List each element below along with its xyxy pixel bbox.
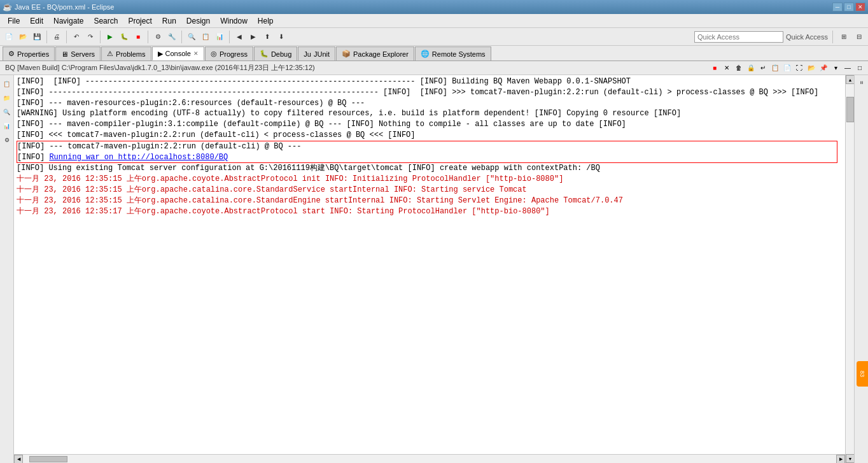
toolbar-btn-10[interactable]: ▶ bbox=[247, 31, 260, 43]
console-stop-btn[interactable]: ■ bbox=[709, 62, 720, 74]
console-clear-btn[interactable]: 🗑 bbox=[733, 62, 745, 74]
toolbar-new[interactable]: 📄 bbox=[3, 31, 15, 43]
window-title: Java EE - BQ/pom.xml - Eclipse bbox=[15, 3, 115, 11]
console-line-26: INFO: Starting Servlet Engine: Apache To… bbox=[389, 196, 623, 205]
tab-package-explorer[interactable]: 📦 Package Explorer bbox=[336, 46, 414, 61]
toolbar-save[interactable]: 💾 bbox=[31, 31, 43, 43]
scroll-down-btn[interactable]: ▼ bbox=[846, 454, 855, 463]
console-expand-btn[interactable]: ⛶ bbox=[794, 62, 805, 74]
tab-problems[interactable]: ⚠ Problems bbox=[101, 46, 151, 61]
console-line-15: [INFO] <<< tomcat7-maven-plugin:2.2:run … bbox=[17, 131, 383, 139]
console-close-icon[interactable]: ✕ bbox=[193, 50, 199, 57]
toolbar-open[interactable]: 📂 bbox=[17, 31, 29, 43]
console-scroll-lock-btn[interactable]: 🔒 bbox=[745, 62, 757, 74]
console-remove-btn[interactable]: ✕ bbox=[721, 62, 732, 74]
quick-access-label: Quick Access bbox=[786, 33, 828, 41]
localhost-link[interactable]: Running war on http://localhost:8080/BQ bbox=[49, 153, 228, 162]
console-line-23: 十一月 23, 2016 12:35:15 上午org.apache.catal… bbox=[17, 185, 389, 194]
toolbar-btn-8[interactable]: 📊 bbox=[213, 31, 226, 43]
junit-icon: Ju bbox=[304, 50, 311, 58]
tab-remote-systems[interactable]: 🌐 Remote Systems bbox=[415, 46, 491, 61]
tab-bar: ⚙ Properties 🖥 Servers ⚠ Problems ▶ Cons… bbox=[0, 46, 868, 61]
console-line-27: 十一月 23, 2016 12:35:17 上午org.apache.coyot… bbox=[17, 207, 325, 216]
menu-help[interactable]: Help bbox=[253, 15, 279, 27]
console-minimize-btn[interactable]: — bbox=[842, 62, 853, 74]
console-view-menu-btn[interactable]: ▾ bbox=[830, 62, 841, 74]
console-line-12: [INFO] --- maven-compiler-plugin:3.1:com… bbox=[17, 120, 342, 129]
console-line-21: 十一月 23, 2016 12:35:15 上午org.apache.coyot… bbox=[17, 175, 321, 183]
scroll-left-btn[interactable]: ◀ bbox=[14, 455, 23, 464]
sidebar-btn-3[interactable]: 🔍 bbox=[1, 106, 13, 118]
toolbar-btn-12[interactable]: ⬇ bbox=[275, 31, 288, 43]
tab-debug[interactable]: 🐛 Debug bbox=[254, 46, 297, 61]
tab-console[interactable]: ▶ Console ✕ bbox=[152, 46, 204, 61]
toolbar-btn-5[interactable]: ⚙ bbox=[151, 31, 164, 43]
console-line-2: [INFO] ---------------------------------… bbox=[53, 77, 416, 86]
toolbar-btn-9[interactable]: ◀ bbox=[233, 31, 246, 43]
scroll-track[interactable] bbox=[846, 84, 854, 454]
scroll-up-btn[interactable]: ▲ bbox=[846, 75, 855, 84]
console-area: [INFO] [INFO] --------------------------… bbox=[14, 75, 845, 463]
toolbar-undo[interactable]: ↶ bbox=[70, 31, 83, 43]
sidebar-btn-5[interactable]: ⚙ bbox=[1, 134, 13, 146]
right-panel-btn[interactable]: ≡ bbox=[855, 78, 868, 87]
console-pin-btn[interactable]: 📌 bbox=[818, 62, 829, 74]
orange-side-tab[interactable]: 83 bbox=[857, 361, 868, 387]
console-content[interactable]: [INFO] [INFO] --------------------------… bbox=[14, 75, 845, 454]
close-button[interactable]: ✕ bbox=[855, 3, 865, 11]
menu-search[interactable]: Search bbox=[88, 15, 123, 27]
menu-navigate[interactable]: Navigate bbox=[48, 15, 88, 27]
menu-window[interactable]: Window bbox=[215, 15, 253, 27]
toolbar-print[interactable]: 🖨 bbox=[50, 31, 63, 43]
menu-file[interactable]: File bbox=[3, 15, 25, 27]
title-bar-left: ☕ Java EE - BQ/pom.xml - Eclipse bbox=[3, 3, 115, 11]
tab-progress[interactable]: ◎ Progress bbox=[205, 46, 253, 61]
console-paste-btn[interactable]: 📄 bbox=[781, 62, 793, 74]
menu-run[interactable]: Run bbox=[157, 15, 181, 27]
maximize-button[interactable]: □ bbox=[844, 3, 854, 11]
tab-servers[interactable]: 🖥 Servers bbox=[55, 46, 101, 61]
toolbar-sep-3 bbox=[100, 31, 101, 43]
tab-properties-label: Properties bbox=[17, 50, 49, 58]
sidebar-btn-2[interactable]: 📁 bbox=[1, 92, 13, 104]
menu-project[interactable]: Project bbox=[123, 15, 157, 27]
toolbar-perspective-btn[interactable]: ⊞ bbox=[837, 31, 850, 43]
console-copy-btn[interactable]: 📋 bbox=[769, 62, 781, 74]
console-word-wrap-btn[interactable]: ↵ bbox=[757, 62, 769, 74]
sidebar-btn-1[interactable]: 📋 bbox=[1, 78, 13, 90]
toolbar-btn-7[interactable]: 📋 bbox=[199, 31, 212, 43]
toolbar-sep-1 bbox=[46, 31, 47, 43]
bottom-scrollbar: ◀ ▶ bbox=[14, 454, 845, 463]
console-line-28: INFO: Starting ProtocolHandler ["http-bi… bbox=[330, 207, 550, 216]
sidebar-btn-4[interactable]: 📊 bbox=[1, 120, 13, 132]
menu-bar: File Edit Navigate Search Project Run De… bbox=[0, 14, 868, 28]
scroll-thumb[interactable] bbox=[846, 97, 854, 122]
toolbar-btn-6[interactable]: 🔧 bbox=[165, 31, 178, 43]
toolbar-sep-6 bbox=[229, 31, 230, 43]
toolbar-debug[interactable]: 🐛 bbox=[118, 31, 130, 43]
console-maximize-btn[interactable]: □ bbox=[854, 62, 865, 74]
console-line-14: [INFO] bbox=[599, 120, 631, 129]
tab-properties[interactable]: ⚙ Properties bbox=[3, 46, 55, 61]
scroll-hthumb[interactable] bbox=[29, 456, 67, 462]
console-line-24: INFO: Starting service Tomcat bbox=[394, 185, 527, 194]
menu-edit[interactable]: Edit bbox=[25, 15, 48, 27]
console-open-file-btn[interactable]: 📂 bbox=[806, 62, 817, 74]
tab-junit[interactable]: Ju JUnit bbox=[298, 46, 335, 61]
minimize-button[interactable]: ─ bbox=[832, 3, 843, 11]
tab-console-label: Console bbox=[165, 50, 191, 57]
debug-icon: 🐛 bbox=[260, 50, 269, 58]
console-info: BQ [Maven Build] C:\Program Files\Java\j… bbox=[3, 63, 709, 73]
toolbar-stop[interactable]: ■ bbox=[132, 31, 144, 43]
console-line-25: 十一月 23, 2016 12:35:15 上午org.apache.catal… bbox=[17, 196, 384, 205]
toolbar-search[interactable]: 🔍 bbox=[185, 31, 198, 43]
toolbar-btn-11[interactable]: ⬆ bbox=[261, 31, 274, 43]
toolbar-run[interactable]: ▶ bbox=[104, 31, 116, 43]
scroll-htrack[interactable] bbox=[23, 455, 836, 463]
toolbar-view-btn[interactable]: ⊟ bbox=[853, 31, 865, 43]
scroll-right-btn[interactable]: ▶ bbox=[836, 455, 845, 464]
console-line-4: [INFO] ---------------------------------… bbox=[17, 88, 379, 97]
menu-design[interactable]: Design bbox=[181, 15, 215, 27]
quick-access-input[interactable] bbox=[694, 31, 783, 43]
toolbar-redo[interactable]: ↷ bbox=[84, 31, 97, 43]
